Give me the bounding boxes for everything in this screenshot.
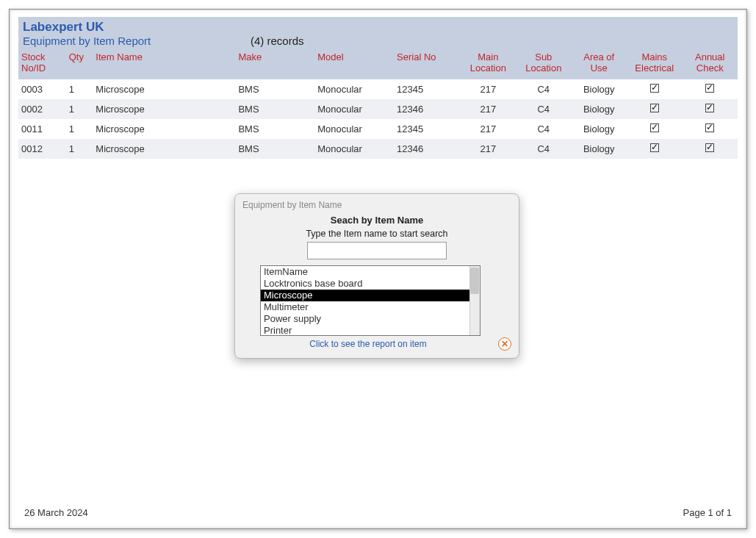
col-serial: Serial No [394, 49, 461, 79]
cell-stock: 0012 [18, 139, 66, 159]
table-row: 00111MicroscopeBMSMonocular12345217C4Bio… [18, 119, 738, 139]
cell-annual [682, 119, 738, 139]
cell-sub_loc: C4 [516, 119, 571, 139]
table-row: 00021MicroscopeBMSMonocular12346217C4Bio… [18, 99, 738, 119]
cell-model: Monocular [314, 119, 394, 139]
cell-make: BMS [235, 119, 314, 139]
cell-qty: 1 [66, 119, 93, 139]
cell-annual [682, 139, 738, 159]
item-name-search-input[interactable] [307, 242, 447, 259]
table-row: 00031MicroscopeBMSMonocular12345217C4Bio… [18, 79, 738, 99]
listbox-scrollbar-track[interactable] [469, 266, 480, 335]
dialog-hint: Click to see the report on item [242, 339, 494, 349]
table-header-row: Stock No/ID Qty Item Name Make Model Ser… [18, 49, 738, 79]
cell-main_loc: 217 [461, 139, 516, 159]
listbox-item[interactable]: Locktronics base board [261, 278, 480, 290]
checkmark-icon [650, 143, 659, 152]
footer-date: 26 March 2024 [24, 507, 88, 518]
cell-make: BMS [235, 79, 314, 99]
col-mains-electrical: Mains Electrical [627, 49, 682, 79]
table-row: 00121MicroscopeBMSMonocular12346217C4Bio… [18, 139, 738, 159]
cell-main_loc: 217 [461, 119, 516, 139]
cell-make: BMS [235, 139, 314, 159]
listbox-item[interactable]: Power supply [261, 313, 480, 325]
report-title: Equipment by Item Report [23, 35, 251, 47]
cell-model: Monocular [314, 79, 394, 99]
cell-serial: 12345 [394, 79, 461, 99]
company-title: Labexpert UK [23, 20, 733, 35]
cell-sub_loc: C4 [516, 99, 571, 119]
col-annual-check: Annual Check [682, 49, 738, 79]
search-dialog: Equipment by Item Name Seach by Item Nam… [234, 193, 519, 359]
listbox-header: ItemName [261, 266, 480, 278]
col-name: Item Name [93, 49, 235, 79]
col-stock: Stock No/ID [18, 49, 66, 79]
checkmark-icon [650, 123, 659, 132]
dialog-heading: Seach by Item Name [242, 215, 511, 226]
checkmark-icon [705, 84, 714, 93]
cell-model: Monocular [314, 139, 394, 159]
cell-stock: 0003 [18, 79, 66, 99]
cell-serial: 12345 [394, 119, 461, 139]
col-main-location: Main Location [461, 49, 516, 79]
dialog-subtext: Type the Item name to start search [242, 229, 511, 239]
equipment-table: Stock No/ID Qty Item Name Make Model Ser… [18, 49, 738, 159]
col-make: Make [235, 49, 314, 79]
cell-annual [682, 99, 738, 119]
checkmark-icon [705, 123, 714, 132]
cell-area: Biology [572, 139, 627, 159]
checkmark-icon [705, 104, 714, 112]
cell-qty: 1 [66, 99, 93, 119]
cell-qty: 1 [66, 139, 93, 159]
report-header: Labexpert UK Equipment by Item Report (4… [18, 17, 738, 49]
cell-mains [627, 119, 682, 139]
listbox-scrollbar-thumb[interactable] [470, 268, 479, 294]
cell-area: Biology [572, 99, 627, 119]
col-model: Model [314, 49, 394, 79]
cell-name: Microscope [93, 139, 235, 159]
item-name-listbox[interactable]: ItemName Locktronics base boardMicroscop… [260, 265, 480, 336]
checkmark-icon [705, 143, 714, 152]
cell-main_loc: 217 [461, 99, 516, 119]
cell-area: Biology [572, 79, 627, 99]
cell-stock: 0011 [18, 119, 66, 139]
cell-serial: 12346 [394, 99, 461, 119]
report-page: Labexpert UK Equipment by Item Report (4… [9, 9, 747, 529]
cell-serial: 12346 [394, 139, 461, 159]
listbox-item[interactable]: Multimeter [261, 301, 480, 313]
dialog-window-title: Equipment by Item Name [242, 200, 511, 210]
col-area-of-use: Area of Use [572, 49, 627, 79]
cell-qty: 1 [66, 79, 93, 99]
col-sub-location: Sub Location [516, 49, 571, 79]
cell-mains [627, 139, 682, 159]
cell-mains [627, 79, 682, 99]
cell-name: Microscope [93, 99, 235, 119]
cell-sub_loc: C4 [516, 139, 571, 159]
checkmark-icon [650, 104, 659, 112]
listbox-item[interactable]: Microscope [261, 290, 480, 301]
cell-name: Microscope [93, 119, 235, 139]
cell-annual [682, 79, 738, 99]
footer-page: Page 1 of 1 [683, 507, 732, 518]
cell-stock: 0002 [18, 99, 66, 119]
records-count: (4) records [251, 35, 304, 47]
dialog-close-button[interactable]: ✕ [498, 337, 511, 351]
col-qty: Qty [66, 49, 93, 79]
page-footer: 26 March 2024 Page 1 of 1 [24, 507, 732, 518]
listbox-item[interactable]: Printer [261, 325, 480, 336]
cell-area: Biology [572, 119, 627, 139]
cell-model: Monocular [314, 99, 394, 119]
cell-sub_loc: C4 [516, 79, 571, 99]
cell-mains [627, 99, 682, 119]
checkmark-icon [650, 84, 659, 93]
cell-main_loc: 217 [461, 79, 516, 99]
cell-name: Microscope [93, 79, 235, 99]
cell-make: BMS [235, 99, 314, 119]
